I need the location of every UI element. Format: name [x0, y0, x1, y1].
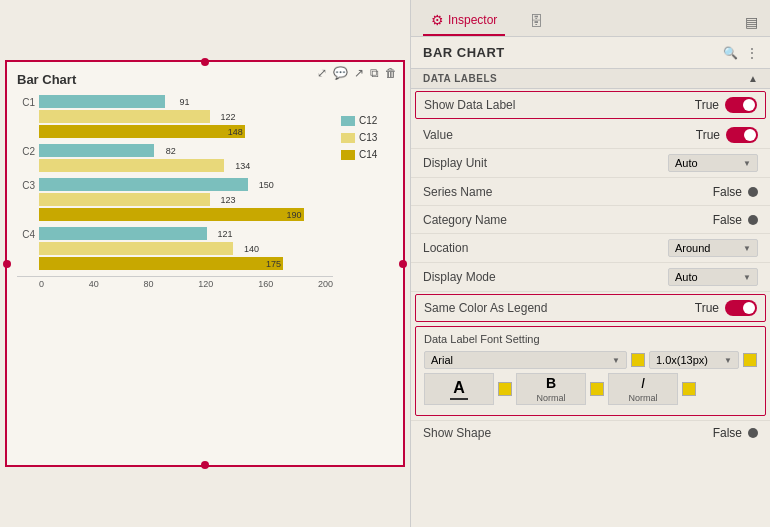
italic-button[interactable]: I Normal [608, 373, 678, 405]
prop-label-display-mode: Display Mode [423, 270, 496, 284]
prop-value-series-name: False [713, 185, 758, 199]
chevron-down-icon-4: ▼ [612, 356, 620, 365]
bar-c4-c14: 175 [39, 257, 283, 270]
search-icon[interactable]: 🔍 [723, 46, 738, 60]
normal-1-color-swatch[interactable] [590, 382, 604, 396]
toggle-value[interactable] [726, 127, 758, 143]
italic-icon: I [641, 375, 645, 391]
chevron-down-icon: ▼ [743, 159, 751, 168]
panel-body: Show Data Label True Value True Display … [411, 89, 770, 527]
dropdown-display-unit[interactable]: Auto ▼ [668, 154, 758, 172]
font-name-row: Arial ▼ 1.0x(13px) ▼ [424, 351, 757, 369]
bold-icon: A [453, 379, 465, 397]
prop-label-value: Value [423, 128, 453, 142]
collapse-icon[interactable]: ▲ [748, 73, 758, 84]
dropdown-font-size[interactable]: 1.0x(13px) ▼ [649, 351, 739, 369]
tab-inspector-label: Inspector [448, 13, 497, 27]
delete-icon[interactable]: 🗑 [385, 66, 397, 80]
bar-c3-c14: 190 [39, 208, 304, 221]
dot-show-shape[interactable] [748, 428, 758, 438]
bar-group-label-c2: C2 [17, 144, 39, 157]
copy-icon[interactable]: ⧉ [370, 66, 379, 80]
font-color-swatch[interactable] [631, 353, 645, 367]
prop-location: Location Around ▼ [411, 234, 770, 263]
font-size-color-swatch[interactable] [743, 353, 757, 367]
prop-label-series-name: Series Name [423, 185, 492, 199]
section-header-data-labels: DATA LABELS ▲ [411, 68, 770, 89]
bar-c1-c12: 91 [39, 95, 165, 108]
legend-swatch-c14 [341, 150, 355, 160]
bar-c3-c13: 123 [39, 193, 210, 206]
dropdown-location[interactable]: Around ▼ [668, 239, 758, 257]
bold-button[interactable]: A [424, 373, 494, 405]
chart-toolbar: ⤢ 💬 ↗ ⧉ 🗑 [317, 66, 397, 80]
legend-swatch-c12 [341, 116, 355, 126]
top-right-icons: ▤ [745, 14, 758, 30]
font-size-value: 1.0x(13px) [656, 354, 708, 366]
prop-label-show-data-label: Show Data Label [424, 98, 515, 112]
tab-database[interactable]: 🗄 [521, 9, 551, 35]
prop-value-show-shape: False [713, 426, 758, 440]
chart-bars: C1 91 122 [17, 95, 333, 448]
tab-inspector[interactable]: ⚙ Inspector [423, 8, 505, 36]
normal-label-2: Normal [628, 393, 657, 403]
left-panel: Bar Chart ⤢ 💬 ↗ ⧉ 🗑 C1 91 [0, 0, 410, 527]
x-axis: 0 40 80 120 160 200 [17, 276, 333, 289]
dropdown-font-name[interactable]: Arial ▼ [424, 351, 627, 369]
share-icon[interactable]: ↗ [354, 66, 364, 80]
inspector-icon: ⚙ [431, 12, 444, 28]
bar-c3-c12: 150 [39, 178, 248, 191]
panel-toggle-icon[interactable]: ▤ [745, 14, 758, 30]
expand-icon[interactable]: ⤢ [317, 66, 327, 80]
panel-header: BAR CHART 🔍 ⋮ [411, 37, 770, 68]
prop-same-color: Same Color As Legend True [415, 294, 766, 322]
comment-icon[interactable]: 💬 [333, 66, 348, 80]
prop-show-shape: Show Shape False [411, 420, 770, 445]
section-label: DATA LABELS [423, 73, 497, 84]
resize-handle-left[interactable] [3, 260, 11, 268]
prop-value-category-name: False [713, 213, 758, 227]
dot-series-name[interactable] [748, 187, 758, 197]
resize-handle-right[interactable] [399, 260, 407, 268]
chart-area: C1 91 122 [17, 95, 393, 448]
resize-handle-top[interactable] [201, 58, 209, 66]
prop-show-data-label: Show Data Label True [415, 91, 766, 119]
prop-value-value: True [696, 127, 758, 143]
panel-title: BAR CHART [423, 45, 505, 60]
prop-label-same-color: Same Color As Legend [424, 301, 547, 315]
legend-item-c13: C13 [341, 132, 393, 143]
bold-color-swatch[interactable] [498, 382, 512, 396]
italic-color-swatch[interactable] [682, 382, 696, 396]
bar-group-label-c1: C1 [17, 95, 39, 108]
normal-button-1[interactable]: B Normal [516, 373, 586, 405]
font-setting-section: Data Label Font Setting Arial ▼ 1.0x(13p… [415, 326, 766, 416]
prop-label-category-name: Category Name [423, 213, 507, 227]
bar-c4-c12: 121 [39, 227, 207, 240]
bar-c2-c12: 82 [39, 144, 154, 157]
chevron-down-icon-5: ▼ [724, 356, 732, 365]
bar-group-label-c4: C4 [17, 227, 39, 240]
font-section-title: Data Label Font Setting [424, 333, 757, 345]
prop-label-show-shape: Show Shape [423, 426, 491, 440]
prop-series-name: Series Name False [411, 178, 770, 206]
toggle-show-data-label[interactable] [725, 97, 757, 113]
font-style-row: A B Normal I Normal [424, 373, 757, 405]
bar-c1-c14: 148 [39, 125, 245, 138]
panel-header-icons: 🔍 ⋮ [723, 46, 758, 60]
prop-label-location: Location [423, 241, 468, 255]
prop-label-display-unit: Display Unit [423, 156, 487, 170]
toggle-same-color[interactable] [725, 300, 757, 316]
prop-value-row: Value True [411, 121, 770, 149]
chart-container: Bar Chart ⤢ 💬 ↗ ⧉ 🗑 C1 91 [5, 60, 405, 467]
dot-category-name[interactable] [748, 215, 758, 225]
legend-item-c14: C14 [341, 149, 393, 160]
more-options-icon[interactable]: ⋮ [746, 46, 758, 60]
prop-value-same-color: True [695, 300, 757, 316]
resize-handle-bottom[interactable] [201, 461, 209, 469]
dropdown-display-mode[interactable]: Auto ▼ [668, 268, 758, 286]
show-shape-value: False [713, 426, 742, 440]
prop-display-mode: Display Mode Auto ▼ [411, 263, 770, 292]
normal-label-1: Normal [536, 393, 565, 403]
prop-category-name: Category Name False [411, 206, 770, 234]
legend-item-c12: C12 [341, 115, 393, 126]
